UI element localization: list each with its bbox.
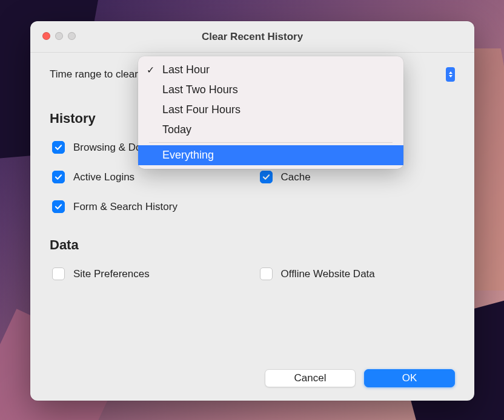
time-range-dropdown: ✓ Last Hour Last Two Hours Last Four Hou… xyxy=(138,56,403,169)
ok-button[interactable]: OK xyxy=(364,369,455,387)
menu-item-last-four-hours[interactable]: Last Four Hours xyxy=(138,100,403,120)
data-check-grid: Site Preferences Offline Website Data xyxy=(50,267,455,280)
cancel-button[interactable]: Cancel xyxy=(265,369,356,387)
checkbox-icon xyxy=(52,267,65,280)
window-controls xyxy=(42,32,76,40)
checkbox-icon xyxy=(52,171,65,183)
menu-item-label: Today xyxy=(162,123,191,136)
check-label: Cache xyxy=(281,171,311,183)
time-range-label: Time range to clear: xyxy=(50,68,141,80)
menu-separator xyxy=(149,142,393,143)
check-offline-website-data[interactable]: Offline Website Data xyxy=(260,267,456,280)
menu-item-label: Last Hour xyxy=(162,64,210,76)
check-active-logins[interactable]: Active Logins xyxy=(52,171,248,183)
window-title: Clear Recent History xyxy=(30,31,474,43)
menu-item-everything[interactable]: Everything xyxy=(138,145,403,165)
checkbox-icon xyxy=(52,200,65,213)
data-section-head: Data xyxy=(50,237,455,253)
button-label: OK xyxy=(402,372,417,384)
close-window-button[interactable] xyxy=(42,32,50,40)
checkbox-icon xyxy=(52,141,65,154)
check-label: Active Logins xyxy=(73,171,134,183)
checkbox-icon xyxy=(260,171,273,183)
menu-item-label: Last Four Hours xyxy=(162,103,240,116)
dialog-footer: Cancel OK xyxy=(265,369,455,387)
menu-item-today[interactable]: Today xyxy=(138,120,403,140)
check-label: Offline Website Data xyxy=(281,268,375,280)
check-cache[interactable]: Cache xyxy=(260,171,456,183)
menu-item-last-hour[interactable]: ✓ Last Hour xyxy=(138,60,403,80)
check-label: Form & Search History xyxy=(73,201,177,213)
zoom-window-button[interactable] xyxy=(68,32,76,40)
checkmark-icon: ✓ xyxy=(147,65,154,75)
checkbox-icon xyxy=(260,267,273,280)
titlebar: Clear Recent History xyxy=(30,21,474,53)
menu-item-label: Everything xyxy=(162,149,214,162)
check-site-preferences[interactable]: Site Preferences xyxy=(52,267,248,280)
menu-item-label: Last Two Hours xyxy=(162,84,238,96)
time-range-select-arrows-icon[interactable] xyxy=(446,67,455,82)
check-label: Site Preferences xyxy=(73,268,150,280)
button-label: Cancel xyxy=(294,372,327,384)
menu-item-last-two-hours[interactable]: Last Two Hours xyxy=(138,80,403,100)
check-form-search-history[interactable]: Form & Search History xyxy=(52,200,248,213)
minimize-window-button[interactable] xyxy=(55,32,63,40)
